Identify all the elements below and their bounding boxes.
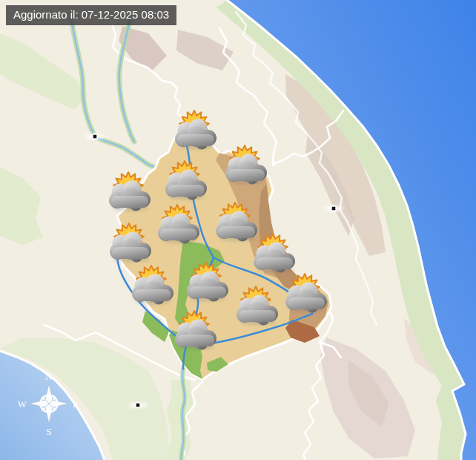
map-canvas: N E S W xyxy=(0,0,476,460)
compass-west-label: W xyxy=(18,398,27,410)
compass-south-label: S xyxy=(46,426,51,437)
compass-east-label: E xyxy=(73,398,79,410)
compass-north-label: N xyxy=(45,371,53,382)
update-timestamp: Aggiornato il: 07-12-2025 08:03 xyxy=(6,5,176,25)
weather-map: N E S W Aggiornato il: 07-12-2025 08:03 xyxy=(0,0,476,460)
